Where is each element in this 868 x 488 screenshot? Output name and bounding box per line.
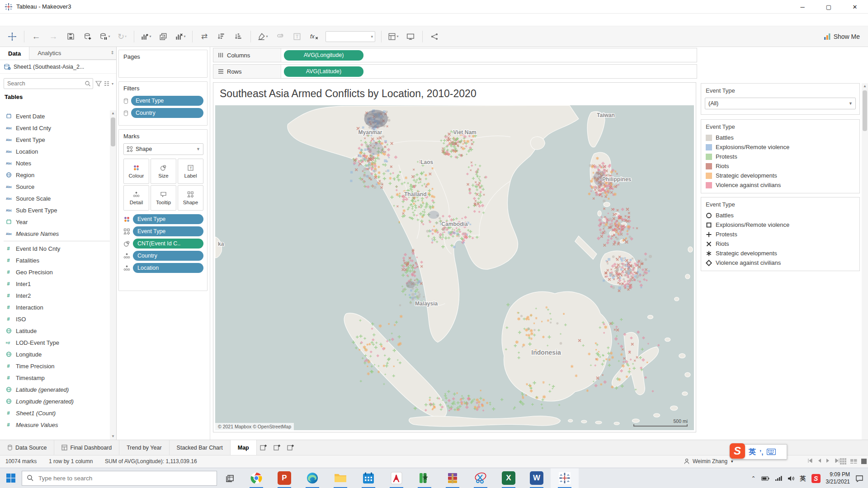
- undo-icon[interactable]: ←: [28, 29, 44, 44]
- film-view-icon[interactable]: [850, 458, 857, 465]
- field-row[interactable]: #Interaction: [0, 301, 110, 313]
- mark-pill[interactable]: Country: [133, 251, 203, 261]
- shape-legend-item[interactable]: Protests: [701, 230, 859, 239]
- next-icon[interactable]: [826, 458, 830, 463]
- show-me-button[interactable]: Show Me: [824, 26, 860, 47]
- sheet-tab-data-source[interactable]: Data Source: [0, 440, 54, 455]
- sheet-tab-stacked-bar-chart[interactable]: Stacked Bar Chart: [170, 440, 231, 455]
- highlight-icon[interactable]: ▾: [255, 29, 270, 44]
- field-row[interactable]: AbcEvent Type: [0, 134, 110, 145]
- new-worksheet-icon[interactable]: ▾: [138, 29, 154, 44]
- field-row[interactable]: #Inter1: [0, 278, 110, 290]
- field-row[interactable]: Latitude (generated): [0, 384, 110, 395]
- speaker-icon[interactable]: [788, 475, 795, 482]
- previous-icon[interactable]: [817, 458, 821, 463]
- columns-shelf[interactable]: Columns AVG(Longitude): [213, 48, 697, 62]
- search-input[interactable]: [4, 79, 93, 89]
- file-explorer-taskbar-icon[interactable]: [326, 468, 354, 488]
- powerpoint-taskbar-icon[interactable]: P: [270, 468, 298, 488]
- task-view-button[interactable]: [221, 468, 241, 488]
- sheet-tab-trend-by-year[interactable]: Trend by Year: [119, 440, 169, 455]
- pages-card[interactable]: Pages: [118, 50, 208, 78]
- filter-pill[interactable]: Event Type: [131, 96, 203, 106]
- mark-pill[interactable]: Location: [133, 263, 203, 273]
- start-button[interactable]: [0, 468, 22, 488]
- field-row[interactable]: Longitude: [0, 348, 110, 360]
- field-row[interactable]: #Event Id No Cnty: [0, 243, 110, 254]
- map-canvas[interactable]: MyanmarViet NamLaosThailandCambodiaTaiwa…: [215, 105, 694, 430]
- battery-icon[interactable]: [761, 475, 769, 482]
- sogou-logo-icon[interactable]: S: [730, 443, 745, 459]
- last-icon[interactable]: [835, 458, 840, 463]
- close-button[interactable]: ✕: [842, 0, 868, 14]
- shape-button[interactable]: Shape: [178, 185, 203, 211]
- save-icon[interactable]: [63, 29, 78, 44]
- color-legend-item[interactable]: Protests: [701, 152, 859, 161]
- sogou-tray-icon[interactable]: S: [811, 474, 821, 483]
- field-row[interactable]: Region: [0, 169, 110, 181]
- mark-pill[interactable]: CNT(Event Id C..: [133, 239, 203, 249]
- ime-language-mode[interactable]: 英: [749, 447, 756, 457]
- edge-taskbar-icon[interactable]: [298, 468, 326, 488]
- field-row[interactable]: #ISO: [0, 313, 110, 325]
- fix-axes-icon[interactable]: fx: [307, 29, 322, 44]
- winrar-taskbar-icon[interactable]: [439, 468, 467, 488]
- event-type-filter-dropdown[interactable]: (All) ▼: [705, 98, 856, 109]
- color-legend-item[interactable]: Riots: [701, 161, 859, 171]
- tab-analytics[interactable]: Analytics: [29, 47, 116, 60]
- calendar-taskbar-icon[interactable]: [354, 468, 382, 488]
- field-row[interactable]: AbcMeasure Names: [0, 228, 110, 239]
- notification-icon[interactable]: [855, 475, 863, 482]
- ime-punctuation-mode[interactable]: ’,: [760, 448, 763, 456]
- tableau-taskbar-icon[interactable]: [551, 468, 579, 488]
- tooltip-button[interactable]: Tooltip: [151, 185, 176, 211]
- mark-type-dropdown[interactable]: Shape ▼: [123, 143, 203, 155]
- word-taskbar-icon[interactable]: W: [523, 468, 551, 488]
- sheet-tab-final-dashboard[interactable]: Final Dashboard: [54, 440, 119, 455]
- panel-scrollbar[interactable]: ▲: [862, 83, 868, 440]
- color-legend-item[interactable]: Strategic developments: [701, 171, 859, 180]
- field-row[interactable]: AbcEvent Id Cnty: [0, 122, 110, 134]
- swap-axes-icon[interactable]: ⇄: [197, 29, 212, 44]
- data-source-row[interactable]: Sheet1 (Southeast-Asia_2...: [0, 60, 116, 74]
- ime-keyboard-icon[interactable]: [767, 449, 776, 455]
- maximize-button[interactable]: ▢: [816, 0, 842, 14]
- sheet-tab-map[interactable]: Map: [231, 440, 257, 455]
- detail-button[interactable]: Detail: [123, 185, 149, 211]
- snip-taskbar-icon[interactable]: [467, 468, 495, 488]
- group-members-icon[interactable]: [272, 29, 288, 44]
- label-button[interactable]: TLabel: [178, 159, 203, 184]
- taskbar-search-input[interactable]: [38, 474, 191, 482]
- run-update-icon[interactable]: ↻▾: [114, 29, 130, 44]
- field-row[interactable]: AbcSource: [0, 181, 110, 192]
- notes-taskbar-icon[interactable]: [410, 468, 439, 488]
- network-icon[interactable]: [775, 475, 782, 481]
- field-row[interactable]: Event Date: [0, 110, 110, 122]
- filter-fields-icon[interactable]: [95, 80, 102, 87]
- field-row[interactable]: AbcNotes: [0, 157, 110, 169]
- rows-pill[interactable]: AVG(Latitude): [284, 66, 363, 77]
- tray-expand-icon[interactable]: ⌃: [751, 475, 756, 482]
- mark-pill[interactable]: Event Type: [133, 226, 203, 236]
- size-button[interactable]: Size: [151, 159, 176, 184]
- share-icon[interactable]: [427, 29, 442, 44]
- columns-pill[interactable]: AVG(Longitude): [284, 50, 363, 61]
- redo-icon[interactable]: →: [46, 29, 61, 44]
- view-options-icon[interactable]: ▾: [104, 81, 113, 87]
- field-row[interactable]: #Timestamp: [0, 372, 110, 384]
- rows-shelf[interactable]: Rows AVG(Latitude): [213, 64, 697, 79]
- new-dashboard-button[interactable]: [270, 440, 284, 455]
- view-mode-buttons[interactable]: [840, 458, 867, 465]
- ime-language-indicator[interactable]: 英: [800, 474, 806, 483]
- field-row[interactable]: #Measure Values: [0, 419, 110, 431]
- marks-card[interactable]: Marks Shape ▼ ColourSizeTLabelDetailTool…: [118, 129, 208, 291]
- field-row[interactable]: #Inter2: [0, 290, 110, 301]
- shape-legend-item[interactable]: Explosions/Remote violence: [701, 220, 859, 230]
- field-row[interactable]: Latitude: [0, 325, 110, 337]
- field-row[interactable]: AbcLocation: [0, 145, 110, 157]
- colour-button[interactable]: Colour: [123, 159, 149, 184]
- signed-in-user[interactable]: Weimin Zhang ▼: [684, 458, 734, 465]
- clear-sheet-icon[interactable]: ▾: [173, 29, 188, 44]
- filter-pill[interactable]: Country: [131, 108, 203, 118]
- tableau-home-icon[interactable]: [5, 29, 20, 44]
